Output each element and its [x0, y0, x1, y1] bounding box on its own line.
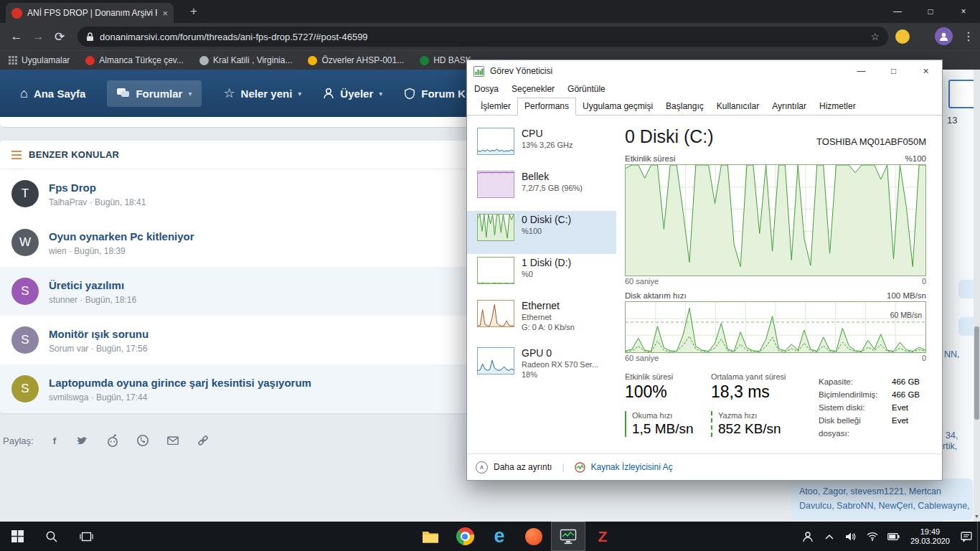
- nav-forums[interactable]: Forumlar ▾: [107, 80, 202, 107]
- facebook-icon[interactable]: f: [50, 433, 60, 448]
- members-line[interactable]: Atoo, Zagor, stevesm1221, Mertcan: [799, 484, 973, 499]
- svg-text:f: f: [52, 435, 56, 446]
- avatar[interactable]: W: [11, 229, 39, 256]
- new-tab-button[interactable]: +: [185, 4, 202, 19]
- perf-item-memory[interactable]: Bellek 7,2/7,5 GB (96%): [467, 168, 616, 211]
- nav-whats-new[interactable]: ☆ Neler yeni ▾: [223, 85, 301, 101]
- tab-islemler[interactable]: İşlemler: [474, 98, 517, 115]
- tm-maximize-button[interactable]: □: [877, 60, 910, 81]
- tab-performans[interactable]: Performans: [517, 98, 576, 116]
- thread-row[interactable]: S Üretici yazılımı stunner · Bugün, 18:1…: [0, 267, 470, 316]
- thread-row[interactable]: W Oyun oynarken Pc kitleniyor wien · Bug…: [0, 218, 470, 267]
- email-icon[interactable]: [166, 434, 180, 447]
- action-center-button[interactable]: [957, 522, 976, 551]
- perf-item-ethernet[interactable]: Ethernet Ethernet G: 0 A: 0 Kb/sn: [467, 297, 616, 344]
- battery-button[interactable]: [885, 522, 903, 551]
- thread-title[interactable]: Laptopumda oyuna girince şarj kesintisi …: [49, 376, 311, 390]
- whatsapp-icon[interactable]: [136, 433, 150, 448]
- thread-title[interactable]: Fps Drop: [49, 181, 146, 195]
- tm-minimize-button[interactable]: —: [845, 60, 877, 81]
- thread-title[interactable]: Oyun oynarken Pc kitleniyor: [49, 230, 194, 244]
- network-button[interactable]: [863, 522, 882, 551]
- reddit-icon[interactable]: [105, 433, 120, 448]
- back-button[interactable]: ←: [6, 29, 27, 44]
- member-name-fragment[interactable]: NN,: [944, 349, 960, 359]
- perf-item-gpu[interactable]: GPU 0 Radeon RX 570 Ser... 18%: [467, 344, 616, 392]
- page-scrollbar-thumb[interactable]: [974, 326, 979, 420]
- extension-icon[interactable]: [895, 29, 910, 44]
- perf-item-cpu[interactable]: CPU 13% 3,26 GHz: [467, 125, 616, 168]
- url-text[interactable]: donanimarsivi.com/forum/threads/ani-fps-…: [100, 32, 864, 42]
- menu-goruntule[interactable]: Görüntüle: [562, 82, 611, 96]
- tab-hizmetler[interactable]: Hizmetler: [813, 98, 862, 115]
- profile-avatar[interactable]: [935, 27, 953, 45]
- thread-title[interactable]: Monitör ışık sorunu: [49, 327, 149, 342]
- bookmark-item[interactable]: Özverler AHSP-001...: [308, 55, 404, 65]
- link-icon[interactable]: [196, 433, 210, 448]
- tab-baslangic[interactable]: Başlangıç: [659, 98, 710, 115]
- resource-monitor-link[interactable]: Kaynak İzleyicisini Aç: [591, 462, 673, 472]
- file-explorer-button[interactable]: [413, 522, 448, 551]
- thread-row[interactable]: S Laptopumda oyuna girince şarj kesintis…: [0, 364, 470, 413]
- chevron-up-icon: [825, 534, 834, 540]
- nav-home[interactable]: ⌂ Ana Sayfa: [20, 86, 85, 101]
- browser-tab[interactable]: ANİ FPS DROP | Donanım Arşivi F ×: [6, 3, 174, 23]
- thread-row[interactable]: T Fps Drop TalhaPrav · Bugün, 18:41: [0, 169, 470, 218]
- member-name-fragment[interactable]: rtik,: [943, 441, 957, 451]
- battery-icon: [887, 533, 900, 540]
- edge-button[interactable]: e: [482, 522, 517, 551]
- bookmark-star-icon[interactable]: ☆: [870, 31, 880, 42]
- members-line[interactable]: Davulcu, SabroNN, NewÇeri, Cablewayne,: [799, 499, 973, 513]
- nav-members[interactable]: Üyeler ▾: [323, 88, 382, 100]
- avatar[interactable]: S: [11, 375, 39, 402]
- forward-button[interactable]: →: [27, 29, 49, 44]
- refresh-button[interactable]: ⟳: [49, 29, 70, 44]
- browser-maximize-button[interactable]: □: [914, 0, 947, 23]
- less-detail-button[interactable]: Daha az ayrıntı: [494, 462, 552, 472]
- chrome-button[interactable]: [448, 522, 482, 551]
- share-label: Paylaş:: [3, 435, 34, 446]
- twitter-icon[interactable]: [75, 434, 90, 447]
- task-view-button[interactable]: [69, 522, 103, 551]
- bookmark-apps[interactable]: Uygulamalar: [9, 55, 70, 65]
- member-name-fragment[interactable]: 34,: [946, 430, 958, 441]
- perf-item-disk0[interactable]: 0 Diski (C:) %100: [467, 211, 616, 254]
- tm-titlebar[interactable]: Görev Yöneticisi — □ ×: [467, 60, 942, 82]
- volume-button[interactable]: [842, 522, 860, 551]
- task-manager-taskbar-button[interactable]: [551, 522, 585, 551]
- transfer-rate-max: 100 MB/sn: [887, 291, 926, 300]
- people-button[interactable]: [798, 522, 817, 551]
- menu-dosya[interactable]: Dosya: [468, 82, 504, 96]
- browser-menu-icon[interactable]: ⋮: [961, 27, 976, 45]
- taskbar-search-button[interactable]: [34, 522, 69, 551]
- hidden-icons-button[interactable]: [820, 522, 839, 551]
- avatar[interactable]: T: [11, 180, 39, 207]
- thread-row[interactable]: S Monitör ışık sorunu Sorum var · Bugün,…: [0, 316, 470, 364]
- tm-close-button[interactable]: ×: [910, 60, 942, 81]
- avatar[interactable]: S: [11, 278, 39, 305]
- browser-close-button[interactable]: ×: [947, 0, 980, 23]
- edge-icon: e: [494, 527, 504, 546]
- thread-meta: svmilswga · Bugün, 17:44: [49, 392, 311, 402]
- browser-minimize-button[interactable]: —: [881, 0, 914, 23]
- browser-app-button[interactable]: [517, 522, 551, 551]
- avatar[interactable]: S: [11, 326, 39, 354]
- perf-item-disk1[interactable]: 1 Diski (D:) %0: [467, 254, 616, 297]
- tab-kullanicilar[interactable]: Kullanıcılar: [710, 98, 765, 115]
- shield-icon: [404, 88, 415, 100]
- address-bar[interactable]: donanimarsivi.com/forum/threads/ani-fps-…: [77, 27, 888, 47]
- start-button[interactable]: [0, 522, 34, 551]
- scrollbar-down-arrow[interactable]: ▼: [974, 511, 980, 522]
- menu-secenekler[interactable]: Seçenekler: [506, 82, 560, 96]
- bookmark-item[interactable]: Almanca Türkçe çev...: [85, 55, 184, 65]
- notification-icon: [961, 532, 972, 542]
- bookmark-item[interactable]: Kral Katili , Virginia...: [199, 55, 293, 65]
- taskbar-clock[interactable]: 19:49 29.03.2020: [906, 527, 954, 546]
- show-desktop-button[interactable]: [977, 522, 980, 551]
- tab-close-icon[interactable]: ×: [162, 8, 168, 19]
- tab-uygulama-gecmisi[interactable]: Uygulama geçmişi: [576, 98, 659, 115]
- tab-ayrintilar[interactable]: Ayrıntılar: [765, 98, 813, 115]
- z-app-button[interactable]: Z: [585, 522, 620, 551]
- thread-title[interactable]: Üretici yazılımı: [49, 278, 136, 293]
- page-scrollbar-track[interactable]: [974, 70, 980, 522]
